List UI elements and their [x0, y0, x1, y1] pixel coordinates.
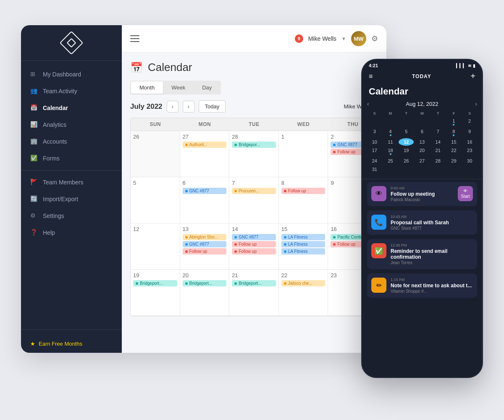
mini-cal-day[interactable] [383, 117, 398, 127]
event-item-proposal[interactable]: 📞 10:43 AM Proposal call with Sarah GNC … [367, 210, 477, 235]
calendar-cell[interactable]: 12 [131, 223, 180, 270]
sidebar-item-help[interactable]: ❓ Help [21, 224, 122, 241]
mini-cal-day[interactable]: 4 [383, 128, 398, 137]
sidebar-item-team-members[interactable]: 🚩 Team Members [21, 174, 122, 191]
calendar-cell[interactable]: 22 Jalisco che... [279, 270, 328, 316]
event-chip[interactable]: Bridgeport... [133, 280, 177, 286]
start-button[interactable]: 👁 Start [458, 186, 473, 201]
event-item-follow-up[interactable]: 👁 9:60 AM Follow up meeting Patrick Maco… [367, 182, 477, 206]
add-event-button[interactable]: + [470, 71, 475, 81]
calendar-cell[interactable]: 26 [131, 131, 180, 177]
mini-cal-day[interactable] [399, 117, 414, 127]
event-chip[interactable]: GNC #877 [232, 234, 276, 240]
mini-cal-day[interactable]: 9 [462, 128, 477, 137]
mini-cal-day[interactable] [430, 117, 446, 127]
calendar-cell[interactable]: 5 [131, 177, 180, 223]
mini-cal-day[interactable]: 5 [399, 128, 414, 137]
mini-cal-day[interactable]: 16 [462, 138, 477, 146]
notification-badge[interactable]: 9 [295, 34, 303, 43]
next-month-button[interactable]: › [183, 101, 194, 113]
mini-cal-day[interactable]: 13 [415, 138, 430, 146]
mini-cal-day[interactable]: 6 [415, 128, 430, 137]
mini-cal-day[interactable]: 27 [415, 157, 430, 165]
mini-cal-day[interactable]: 21 [430, 147, 446, 156]
event-chip[interactable]: Jalisco che... [281, 280, 326, 286]
settings-gear-icon[interactable]: ⚙ [371, 34, 378, 43]
mini-cal-day[interactable]: 24 [367, 157, 382, 165]
event-chip[interactable]: Bridgeport... [232, 280, 276, 286]
user-avatar[interactable]: MW [351, 31, 366, 46]
menu-toggle[interactable] [130, 35, 139, 42]
mini-cal-day[interactable]: 14 [430, 138, 446, 146]
event-chip[interactable]: LA Fitness [281, 241, 326, 247]
mini-cal-day[interactable]: 20 [415, 147, 430, 156]
calendar-cell[interactable]: 14 GNC #877 Follow up Follow up [229, 223, 279, 270]
calendar-cell[interactable]: 1 [279, 131, 328, 177]
mini-cal-day[interactable]: 3 [367, 128, 382, 137]
event-chip[interactable]: GNC #877 [183, 241, 227, 247]
mini-cal-day[interactable]: 1 [446, 117, 462, 127]
tab-week[interactable]: Week [163, 81, 194, 94]
mini-cal-day-today[interactable]: 12 [399, 138, 414, 146]
sidebar-item-team-activity[interactable]: 👥 Team Activity [21, 83, 122, 100]
earn-free-months[interactable]: ★ Earn Free Months [21, 335, 122, 353]
calendar-cell[interactable]: 19 Bridgeport... [131, 270, 180, 316]
calendar-cell[interactable]: 6 GNC #877 [180, 177, 230, 223]
event-chip[interactable]: Follow up [232, 241, 276, 247]
sidebar-item-dashboard[interactable]: ⊞ My Dashboard [21, 66, 122, 83]
mini-cal-day[interactable]: 8 [446, 128, 462, 137]
event-chip[interactable]: Abington Sho... [183, 234, 227, 240]
event-chip[interactable]: LA Fitness [281, 234, 326, 240]
event-chip[interactable]: Follow up [183, 248, 227, 255]
calendar-cell[interactable]: 21 Bridgeport... [229, 270, 279, 316]
mini-cal-day[interactable] [367, 117, 382, 127]
calendar-cell[interactable]: 27 Authorit... [180, 131, 230, 177]
mini-cal-day[interactable]: 19 [399, 147, 414, 156]
mini-cal-day[interactable]: 30 [462, 157, 477, 165]
mini-next-month[interactable]: › [475, 100, 477, 107]
phone-menu-icon[interactable]: ≡ [369, 73, 373, 80]
prev-month-button[interactable]: ‹ [167, 101, 178, 113]
event-chip[interactable]: Bridgeport... [183, 280, 227, 286]
sidebar-item-import-export[interactable]: 🔄 Import/Export [21, 191, 122, 207]
tab-day[interactable]: Day [194, 81, 220, 94]
sidebar-item-settings[interactable]: ⚙ Settings [21, 207, 122, 224]
mini-cal-day[interactable]: 2 [462, 117, 477, 127]
mini-cal-day[interactable]: 28 [430, 157, 446, 165]
today-button[interactable]: Today [199, 100, 226, 113]
mini-cal-day[interactable]: 15 [446, 138, 462, 146]
event-chip[interactable]: LA Fitness [281, 248, 326, 255]
tab-month[interactable]: Month [131, 81, 163, 94]
event-chip[interactable]: Follow up [232, 248, 276, 255]
event-item-note[interactable]: ✏ 1:15 PM Note for next time to ask abou… [367, 273, 477, 298]
calendar-cell[interactable]: 15 LA Fitness LA Fitness LA Fitness [279, 223, 328, 270]
mini-cal-day[interactable]: 31 [367, 165, 382, 173]
event-chip[interactable]: Bridgepor... [232, 142, 276, 148]
mini-cal-day[interactable]: 29 [446, 157, 462, 165]
sidebar-item-analytics[interactable]: 📊 Analytics [21, 116, 122, 133]
sidebar-item-forms[interactable]: ✅ Forms [21, 150, 122, 167]
calendar-cell[interactable]: 7 Procuren... [229, 177, 279, 223]
mini-cal-day[interactable]: 17 [367, 147, 382, 156]
mini-cal-day[interactable]: 18 [383, 147, 398, 156]
mini-cal-day[interactable]: 23 [462, 147, 477, 156]
sidebar-item-accounts[interactable]: 🏢 Accounts [21, 133, 122, 150]
event-chip[interactable]: GNC #877 [183, 188, 227, 194]
calendar-cell[interactable]: 28 Bridgepor... [229, 131, 279, 177]
calendar-cell[interactable]: 20 Bridgeport... [180, 270, 230, 316]
calendar-cell[interactable]: 8 Follow up [279, 177, 328, 223]
sidebar-item-calendar[interactable]: 📅 Calendar [21, 100, 122, 116]
event-chip[interactable]: Follow up [281, 188, 326, 194]
event-chip[interactable]: Authorit... [183, 142, 227, 148]
mini-prev-month[interactable]: ‹ [367, 100, 369, 107]
mini-cal-day[interactable]: 22 [446, 147, 462, 156]
mini-cal-day[interactable]: 7 [430, 128, 446, 137]
mini-cal-day[interactable]: 26 [399, 157, 414, 165]
event-item-reminder[interactable]: ✅ 12:45 PM Reminder to send email confir… [367, 239, 477, 269]
mini-cal-day[interactable]: 10 [367, 138, 382, 146]
mini-cal-day[interactable]: 25 [383, 157, 398, 165]
mini-cal-day[interactable] [415, 117, 430, 127]
event-chip[interactable]: Procuren... [232, 188, 276, 194]
calendar-cell[interactable]: 13 Abington Sho... GNC #877 Follow up [180, 223, 230, 270]
mini-cal-day[interactable]: 11 [383, 138, 398, 146]
